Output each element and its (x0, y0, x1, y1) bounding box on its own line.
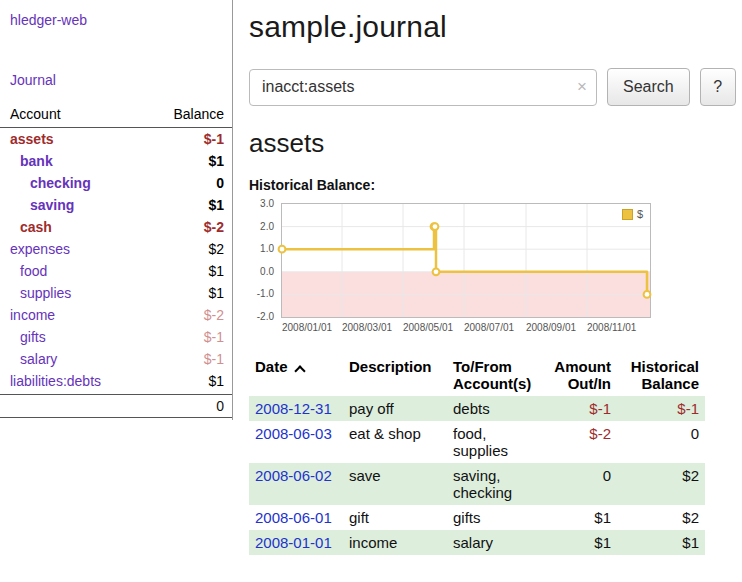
transaction-description: pay off (343, 396, 447, 421)
account-balance: $-2 (204, 307, 224, 323)
accounts-table-header: Account Balance (0, 104, 232, 128)
y-axis-tick-label: 2.0 (260, 221, 274, 232)
balance-chart-svg (282, 204, 650, 317)
help-button[interactable]: ? (700, 68, 736, 106)
header-description: Description (343, 354, 447, 396)
x-axis-tick-label: 2008/03/01 (342, 322, 394, 333)
transaction-date-link[interactable]: 2008-06-03 (255, 425, 332, 442)
main-content: sample.journal × Search ? assets Histori… (233, 0, 742, 555)
header-date[interactable]: Date (249, 354, 343, 396)
account-row: salary $-1 (0, 348, 232, 370)
account-row: food $1 (0, 260, 232, 282)
transaction-row: 2008-06-01 gift gifts $1 $2 (249, 505, 705, 530)
x-axis-tick-label: 2008/09/01 (526, 322, 578, 333)
account-link-gifts[interactable]: gifts (0, 329, 46, 345)
account-balance: $1 (208, 373, 224, 389)
legend-swatch-icon (622, 209, 633, 220)
transaction-date-link[interactable]: 2008-06-01 (255, 509, 332, 526)
transaction-accounts: food, supplies (447, 421, 543, 463)
account-balance: $1 (208, 153, 224, 169)
transaction-date-link[interactable]: 2008-12-31 (255, 400, 332, 417)
account-row: expenses $2 (0, 238, 232, 260)
x-axis-tick-label: 2008/01/01 (282, 322, 334, 333)
account-row: liabilities:debts $1 (0, 370, 232, 392)
transaction-amount: $-2 (543, 421, 617, 463)
transaction-amount: $-1 (543, 396, 617, 421)
transaction-description: save (343, 463, 447, 505)
account-balance: $-1 (204, 351, 224, 367)
app-window: hledger-web Journal Account Balance asse… (0, 0, 742, 555)
y-axis-tick-label: -1.0 (257, 288, 274, 299)
account-link-supplies[interactable]: supplies (0, 285, 71, 301)
account-link-income[interactable]: income (0, 307, 55, 323)
account-link-saving[interactable]: saving (0, 197, 74, 213)
y-axis-tick-label: 1.0 (260, 243, 274, 254)
transaction-amount: $1 (543, 505, 617, 530)
sort-ascending-icon (294, 365, 305, 376)
account-balance: $1 (208, 263, 224, 279)
transaction-balance: $1 (617, 530, 705, 555)
account-link-assets[interactable]: assets (0, 131, 54, 147)
transaction-date-link[interactable]: 2008-01-01 (255, 534, 332, 551)
historical-balance-chart: 3.02.01.00.0-1.0-2.0 $ 2008/01/012008/03… (249, 203, 742, 318)
account-link-checking[interactable]: checking (0, 175, 91, 191)
transaction-balance: 0 (617, 421, 705, 463)
transaction-row: 2008-12-31 pay off debts $-1 $-1 (249, 396, 705, 421)
transaction-row: 2008-06-03 eat & shop food, supplies $-2… (249, 421, 705, 463)
chart-x-axis: 2008/01/012008/03/012008/05/012008/07/01… (282, 322, 650, 336)
sidebar: hledger-web Journal Account Balance asse… (0, 0, 233, 420)
nav-journal-link[interactable]: Journal (10, 72, 232, 88)
brand-link[interactable]: hledger-web (10, 12, 232, 28)
transaction-row: 2008-06-02 save saving, checking 0 $2 (249, 463, 705, 505)
transaction-date-link[interactable]: 2008-06-02 (255, 467, 332, 484)
account-balance: $2 (208, 241, 224, 257)
transaction-description: income (343, 530, 447, 555)
account-link-food[interactable]: food (0, 263, 47, 279)
x-axis-tick-label: 2008/11/01 (587, 322, 639, 333)
transaction-balance: $-1 (617, 396, 705, 421)
account-row: bank $1 (0, 150, 232, 172)
legend-label: $ (637, 208, 643, 220)
account-column-label: Account (10, 106, 61, 122)
transaction-balance: $2 (617, 463, 705, 505)
account-row: saving $1 (0, 194, 232, 216)
header-amount: Amount Out/In (543, 354, 617, 396)
transaction-description: gift (343, 505, 447, 530)
account-balance: $-1 (204, 131, 224, 147)
search-button[interactable]: Search (607, 68, 690, 106)
transaction-accounts: saving, checking (447, 463, 543, 505)
transaction-amount: $1 (543, 530, 617, 555)
chart-plot-area: $ 2008/01/012008/03/012008/05/012008/07/… (281, 203, 651, 318)
search-input[interactable] (249, 69, 597, 106)
account-link-expenses[interactable]: expenses (0, 241, 70, 257)
search-bar: × Search ? (249, 68, 742, 106)
account-row: checking 0 (0, 172, 232, 194)
account-balance: $1 (208, 285, 224, 301)
account-balance: $1 (208, 197, 224, 213)
account-link-salary[interactable]: salary (0, 351, 57, 367)
x-axis-tick-label: 2008/05/01 (403, 322, 455, 333)
account-link-liabilities-debts[interactable]: liabilities:debts (0, 373, 101, 389)
accounts-total: 0 (0, 394, 232, 418)
account-balance: 0 (216, 175, 224, 191)
account-balance: $-2 (204, 219, 224, 235)
clear-search-icon[interactable]: × (577, 77, 587, 97)
account-row: cash $-2 (0, 216, 232, 238)
account-link-cash[interactable]: cash (0, 219, 52, 235)
register-table: Date Description To/From Account(s) Amou… (249, 354, 705, 555)
x-axis-tick-label: 2008/07/01 (464, 322, 516, 333)
y-axis-tick-label: 3.0 (260, 198, 274, 209)
account-balance: $-1 (204, 329, 224, 345)
transaction-accounts: gifts (447, 505, 543, 530)
transaction-row: 2008-01-01 income salary $1 $1 (249, 530, 705, 555)
transaction-description: eat & shop (343, 421, 447, 463)
chart-y-axis: 3.02.01.00.0-1.0-2.0 (249, 203, 277, 316)
header-balance: Historical Balance (617, 354, 705, 396)
balance-column-label: Balance (173, 106, 224, 122)
transaction-accounts: debts (447, 396, 543, 421)
account-heading: assets (249, 128, 742, 159)
account-row: income $-2 (0, 304, 232, 326)
y-axis-tick-label: 0.0 (260, 266, 274, 277)
account-link-bank[interactable]: bank (0, 153, 53, 169)
transaction-accounts: salary (447, 530, 543, 555)
